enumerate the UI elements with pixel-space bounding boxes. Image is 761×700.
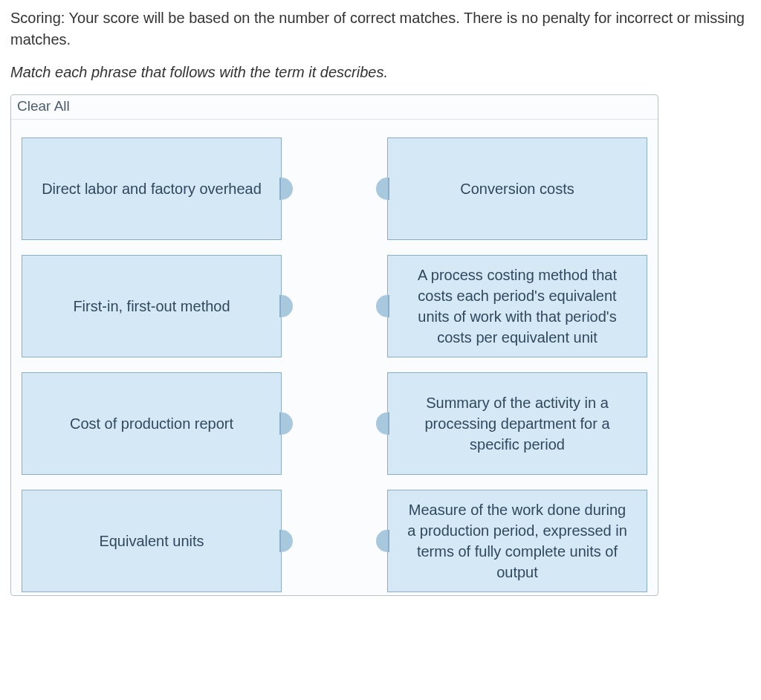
term-card[interactable]: Equivalent units [22, 490, 282, 592]
connector-space [282, 137, 387, 592]
definition-card[interactable]: Conversion costs [387, 137, 647, 240]
term-label: Cost of production report [70, 413, 233, 434]
term-card[interactable]: Direct labor and factory overhead [22, 137, 282, 240]
term-label: Direct labor and factory overhead [42, 178, 262, 199]
definition-label: Summary of the activity in a processing … [401, 392, 633, 455]
matching-columns: Direct labor and factory overhead First-… [11, 120, 658, 595]
matching-container: Clear All Direct labor and factory overh… [10, 94, 658, 596]
term-label: First-in, first-out method [73, 296, 230, 317]
definition-label: Conversion costs [457, 178, 577, 199]
right-column: Conversion costs A process costing metho… [387, 137, 647, 592]
left-column: Direct labor and factory overhead First-… [22, 137, 282, 592]
instructions-text: Match each phrase that follows with the … [10, 64, 751, 81]
definition-card[interactable]: A process costing method that costs each… [387, 255, 647, 357]
matching-header: Clear All [11, 95, 658, 120]
clear-all-button[interactable]: Clear All [17, 98, 70, 114]
definition-card[interactable]: Measure of the work done during a produc… [387, 490, 647, 592]
term-card[interactable]: First-in, first-out method [22, 255, 282, 357]
term-label: Equivalent units [99, 531, 204, 551]
definition-label: Measure of the work done during a produc… [401, 499, 633, 583]
definition-label: A process costing method that costs each… [401, 265, 633, 348]
scoring-text: Scoring: Your score will be based on the… [10, 7, 751, 51]
definition-card[interactable]: Summary of the activity in a processing … [387, 372, 647, 475]
term-card[interactable]: Cost of production report [22, 372, 282, 475]
